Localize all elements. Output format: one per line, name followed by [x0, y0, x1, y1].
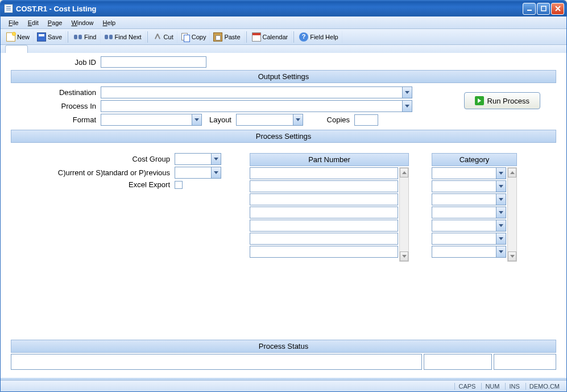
- part-number-header: Part Number: [250, 153, 409, 166]
- toolbar-separator: [246, 31, 247, 43]
- process-status-header: Process Status: [11, 340, 556, 353]
- part-number-input[interactable]: [250, 233, 398, 245]
- tool-label: New: [17, 34, 30, 40]
- category-dropdown[interactable]: [432, 180, 506, 192]
- tab-main[interactable]: [5, 45, 28, 53]
- tool-save[interactable]: Save: [34, 31, 66, 43]
- chevron-down-icon: [496, 181, 506, 192]
- scroll-up-icon[interactable]: [508, 168, 516, 178]
- csp-label: C)urrent or S)tandard or P)revious: [11, 168, 175, 177]
- tool-new[interactable]: New: [3, 31, 34, 43]
- tool-label: Find Next: [115, 34, 142, 40]
- tool-fieldhelp[interactable]: ?Field Help: [296, 31, 342, 43]
- tool-calendar[interactable]: Calendar: [249, 31, 292, 43]
- status-db: DEMO.CM: [525, 383, 563, 390]
- tool-copy[interactable]: Copy: [177, 31, 210, 43]
- svg-rect-1: [541, 6, 546, 11]
- app-icon: [4, 4, 13, 13]
- menu-file[interactable]: File: [4, 18, 23, 27]
- status-field-1[interactable]: [11, 354, 422, 370]
- tab-strip: [1, 45, 566, 53]
- category-dropdown[interactable]: [432, 233, 506, 245]
- status-ins: INS: [505, 383, 523, 390]
- part-number-input[interactable]: [250, 220, 398, 232]
- part-number-input[interactable]: [250, 167, 398, 179]
- find-icon: [73, 32, 82, 42]
- cost-group-dropdown[interactable]: [175, 153, 221, 165]
- category-value: [432, 220, 496, 231]
- chevron-down-icon: [496, 194, 506, 205]
- menu-page[interactable]: Page: [43, 18, 67, 27]
- close-button[interactable]: [551, 3, 564, 15]
- process-in-dropdown[interactable]: [101, 100, 412, 112]
- status-field-3[interactable]: [494, 354, 556, 370]
- category-dropdown[interactable]: [432, 167, 506, 179]
- form-content: Job ID Output Settings Destination: [1, 53, 566, 378]
- output-settings-header: Output Settings: [11, 70, 556, 83]
- scroll-up-icon[interactable]: [400, 168, 408, 178]
- job-id-input[interactable]: [101, 56, 206, 68]
- tool-label: Copy: [192, 34, 206, 40]
- part-number-input[interactable]: [250, 207, 398, 218]
- status-caps: CAPS: [454, 383, 479, 390]
- layout-label: Layout: [202, 115, 236, 124]
- status-num: NUM: [481, 383, 503, 390]
- chevron-down-icon: [496, 246, 506, 257]
- tool-label: Save: [48, 34, 62, 40]
- tool-find[interactable]: Find: [70, 31, 100, 43]
- tool-label: Paste: [224, 34, 240, 40]
- part-number-input[interactable]: [250, 193, 398, 205]
- csp-value: [175, 167, 211, 178]
- excel-export-label: Excel Export: [11, 180, 175, 189]
- copies-label: Copies: [303, 115, 354, 124]
- category-dropdown[interactable]: [432, 246, 506, 258]
- category-dropdown[interactable]: [432, 193, 506, 205]
- status-field-2[interactable]: [424, 354, 492, 370]
- tool-label: Field Help: [310, 34, 338, 40]
- category-value: [432, 168, 496, 179]
- layout-dropdown[interactable]: [236, 114, 303, 126]
- status-bar: CAPS NUM INS DEMO.CM: [1, 380, 566, 391]
- toolbar-separator: [68, 31, 68, 43]
- chevron-down-icon: [496, 207, 506, 218]
- toolbar: New Save Find Find Next Cut Copy Paste C…: [1, 29, 566, 45]
- part-number-input[interactable]: [250, 246, 398, 258]
- format-dropdown[interactable]: [101, 114, 202, 126]
- excel-export-checkbox[interactable]: [175, 181, 183, 189]
- menu-window[interactable]: Window: [67, 18, 98, 27]
- part-number-list: [250, 167, 398, 262]
- cost-group-label: Cost Group: [11, 155, 175, 163]
- tool-paste[interactable]: Paste: [210, 31, 244, 43]
- cost-group-value: [175, 154, 211, 164]
- process-settings-header: Process Settings: [11, 130, 556, 143]
- part-list-scrollbar[interactable]: [399, 167, 409, 262]
- category-list-scrollbar[interactable]: [507, 167, 517, 262]
- minimize-button[interactable]: [523, 3, 536, 15]
- format-label: Format: [11, 115, 101, 124]
- category-value: [432, 194, 496, 205]
- tool-findnext[interactable]: Find Next: [101, 31, 146, 43]
- destination-dropdown[interactable]: [101, 86, 412, 98]
- window-controls: [523, 3, 564, 15]
- csp-dropdown[interactable]: [175, 167, 221, 179]
- scroll-down-icon[interactable]: [400, 251, 408, 261]
- run-process-button[interactable]: Run Process: [464, 92, 540, 109]
- category-dropdown[interactable]: [432, 220, 506, 232]
- copies-input[interactable]: [354, 114, 378, 126]
- tool-cut[interactable]: Cut: [150, 31, 177, 43]
- window-title: COST.R1 - Cost Listing: [16, 5, 97, 13]
- chevron-down-icon: [496, 233, 506, 244]
- chevron-down-icon: [293, 114, 303, 125]
- toolbar-separator: [293, 31, 294, 43]
- tool-label: Cut: [164, 34, 173, 40]
- scroll-down-icon[interactable]: [508, 251, 516, 261]
- process-in-label: Process In: [11, 102, 101, 110]
- menu-help[interactable]: Help: [98, 18, 121, 27]
- category-value: [432, 207, 496, 218]
- run-arrow-icon: [475, 96, 484, 105]
- part-number-input[interactable]: [250, 180, 398, 192]
- maximize-button[interactable]: [537, 3, 550, 15]
- title-bar: COST.R1 - Cost Listing: [1, 1, 566, 16]
- category-dropdown[interactable]: [432, 207, 506, 218]
- menu-edit[interactable]: Edit: [23, 18, 43, 27]
